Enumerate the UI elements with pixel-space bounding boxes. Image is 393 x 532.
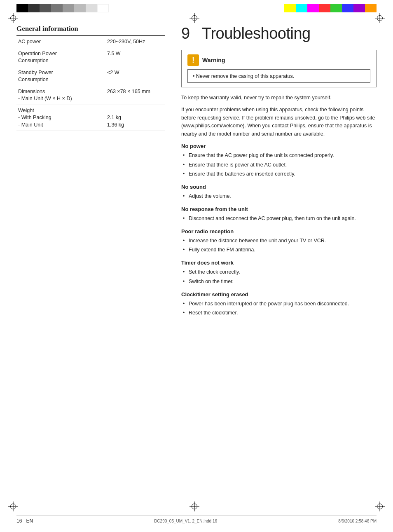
section-heading-5: Clock/timer setting erased (181, 291, 377, 298)
reg-mark-top-left (8, 13, 18, 23)
reg-mark-top-center (189, 13, 199, 23)
table-cell-label: Weight- With Packing- Main Unit (16, 105, 105, 131)
intro-paragraph-2: If you encounter problems when using thi… (181, 106, 377, 138)
bullet-list-0: Ensure that the AC power plug of the uni… (181, 151, 377, 179)
footer-file-info: DC290_05_UM_V1. 2_EN.indd 16 (154, 519, 217, 523)
intro-paragraph-1: To keep the warranty valid, never try to… (181, 94, 377, 102)
list-item: Fully extend the FM antenna. (181, 245, 377, 255)
bullet-list-4: Set the clock correctly.Switch on the ti… (181, 267, 377, 286)
reg-mark-top-right (375, 13, 385, 23)
table-cell-label: Dimensions- Main Unit (W × H × D) (16, 86, 105, 105)
warning-content-box: • Never remove the casing of this appara… (187, 69, 370, 83)
table-row: AC power 220~230V, 50Hz (16, 36, 165, 48)
list-item: Power has been interrupted or the power … (181, 299, 377, 309)
section-number: 9 Troubleshooting (181, 25, 311, 42)
list-item: Increase the distance between the unit a… (181, 236, 377, 246)
warning-title: Warning (202, 57, 225, 63)
section-heading-0: No power (181, 143, 377, 149)
warning-section: ! Warning • Never remove the casing of t… (181, 50, 377, 87)
general-info-title: General information (16, 25, 165, 36)
section-heading-3: Poor radio reception (181, 228, 377, 234)
list-item: Ensure that the AC power plug of the uni… (181, 151, 377, 160)
warning-bullet-text: • Never remove the casing of this appara… (193, 73, 294, 79)
footer: 16 EN DC290_05_UM_V1. 2_EN.indd 16 8/6/2… (16, 515, 377, 524)
table-cell-value: 263 ×78 × 165 mm (105, 86, 165, 105)
table-row: Dimensions- Main Unit (W × H × D) 263 ×7… (16, 86, 165, 105)
color-bar-right (284, 4, 377, 12)
bullet-list-5: Power has been interrupted or the power … (181, 299, 377, 318)
bullet-list-2: Disconnect and reconnect the AC power pl… (181, 214, 377, 223)
left-column: General information AC power 220~230V, 5… (16, 25, 165, 507)
bullet-list-3: Increase the distance between the unit a… (181, 236, 377, 255)
list-item: Ensure that the batteries are inserted c… (181, 169, 377, 179)
table-cell-value: 220~230V, 50Hz (105, 36, 165, 48)
warning-header-row: ! Warning (187, 54, 370, 66)
general-info-table: AC power 220~230V, 50Hz Operation PowerC… (16, 36, 165, 131)
table-row: Weight- With Packing- Main Unit 2.1 kg1.… (16, 105, 165, 131)
footer-page-number: 16 EN (16, 518, 33, 524)
section-heading-4: Timer does not work (181, 260, 377, 266)
list-item: Disconnect and reconnect the AC power pl… (181, 214, 377, 223)
table-cell-value: 2.1 kg1.36 kg (105, 105, 165, 131)
section-heading-2: No response from the unit (181, 206, 377, 212)
list-item: Reset the clock/timer. (181, 308, 377, 318)
table-cell-label: Standby PowerConsumption (16, 67, 105, 86)
footer-date: 8/6/2010 2:58:46 PM (338, 519, 377, 523)
page-container: General information AC power 220~230V, 5… (0, 0, 393, 532)
list-item: Switch on the timer. (181, 277, 377, 286)
table-cell-label: AC power (16, 36, 105, 48)
table-row: Standby PowerConsumption <2 W (16, 67, 165, 86)
table-cell-value: 7.5 W (105, 48, 165, 67)
bullet-list-1: Adjust the volume. (181, 192, 377, 201)
table-cell-label: Operation PowerConsumption (16, 48, 105, 67)
warning-icon: ! (187, 54, 199, 66)
list-item: Set the clock correctly. (181, 267, 377, 277)
table-row: Operation PowerConsumption 7.5 W (16, 48, 165, 67)
table-cell-value: <2 W (105, 67, 165, 86)
color-bar-left (16, 4, 109, 12)
list-item: Adjust the volume. (181, 192, 377, 201)
list-item: Ensure that there is power at the AC out… (181, 160, 377, 170)
page-title: 9 Troubleshooting (181, 25, 377, 42)
section-heading-1: No sound (181, 184, 377, 190)
content-area: General information AC power 220~230V, 5… (16, 25, 377, 507)
right-column: 9 Troubleshooting ! Warning • Never remo… (181, 25, 377, 507)
troubleshooting-sections: No powerEnsure that the AC power plug of… (181, 143, 377, 318)
